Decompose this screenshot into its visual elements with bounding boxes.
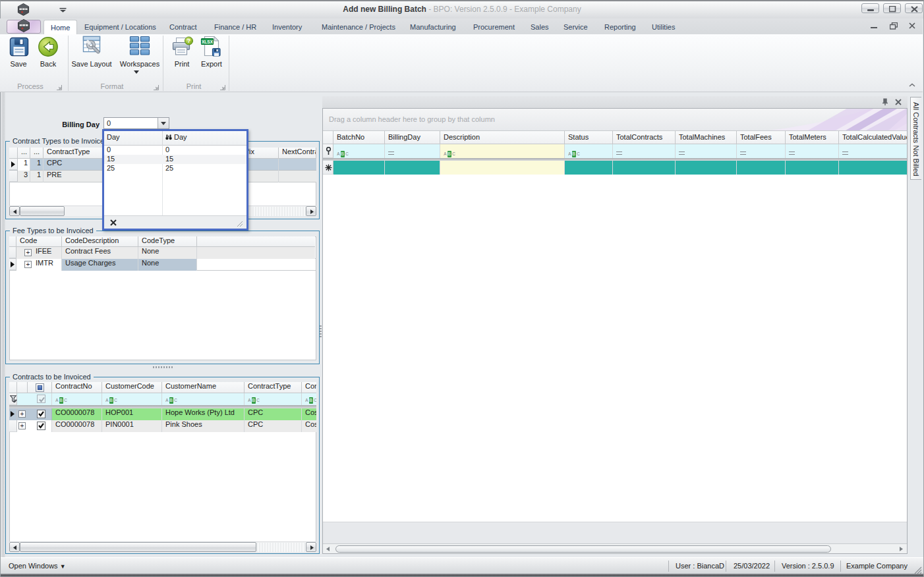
svg-text:XLSX: XLSX: [202, 40, 214, 44]
svg-text:?: ?: [187, 38, 191, 44]
